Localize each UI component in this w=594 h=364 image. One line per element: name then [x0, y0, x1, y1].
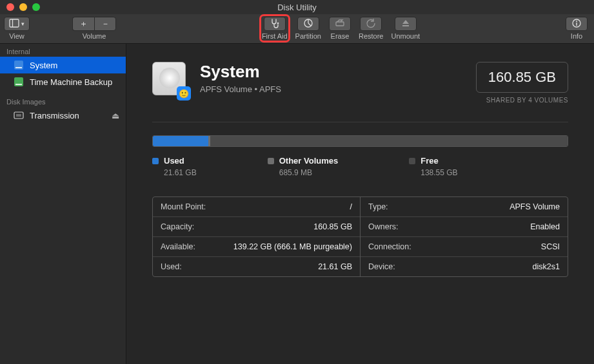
sidebar-item-system[interactable]: System	[0, 57, 126, 73]
legend-item-other: Other Volumes 685.9 MB	[268, 156, 339, 177]
legend-swatch	[409, 158, 415, 164]
titlebar: Disk Utility	[0, 0, 594, 14]
svg-point-2	[277, 22, 279, 24]
legend-label: Other Volumes	[279, 156, 339, 166]
legend-item-used: Used 21.61 GB	[152, 156, 197, 177]
detail-row: Mount Point:/	[153, 197, 360, 217]
sidebar-item-label: Transmission	[30, 111, 79, 120]
partition-button[interactable]	[297, 17, 319, 31]
toolbar: ▾ View ＋ － Volume First Aid Partition	[0, 14, 594, 44]
svg-rect-10	[15, 67, 22, 68]
detail-row: Available:139.22 GB (666.1 MB purgeable)	[153, 237, 360, 257]
volume-capacity: 160.85 GB	[476, 62, 568, 93]
detail-row: Device:disk2s1	[361, 257, 568, 276]
detail-row: Type:APFS Volume	[361, 197, 568, 217]
detail-row: Connection:SCSI	[361, 237, 568, 257]
restore-icon	[366, 18, 376, 30]
unmount-button[interactable]	[395, 17, 417, 31]
legend-swatch	[152, 158, 159, 164]
first-aid-label: First Aid	[262, 32, 288, 40]
restore-button[interactable]	[360, 17, 382, 31]
first-aid-button[interactable]	[264, 17, 286, 31]
view-label: View	[9, 32, 25, 40]
legend-value: 21.61 GB	[164, 168, 197, 177]
restore-label: Restore	[359, 32, 384, 40]
sidebar: Internal System Time Machine Backup Disk…	[0, 44, 126, 364]
volume-remove-button[interactable]: －	[94, 17, 116, 31]
usage-bar	[152, 135, 568, 147]
diskimage-icon	[13, 110, 25, 121]
volume-hero-icon: 🙂	[152, 62, 188, 98]
eject-icon[interactable]: ⏏	[112, 111, 119, 120]
svg-rect-0	[10, 19, 19, 27]
usage-seg-used	[153, 136, 208, 146]
volume-shared-note: SHARED BY 4 VOLUMES	[476, 97, 568, 104]
detail-row: Owners:Enabled	[361, 217, 568, 237]
legend-item-free: Free 138.55 GB	[409, 156, 457, 177]
volume-icon	[13, 59, 25, 71]
erase-icon	[335, 18, 345, 30]
divider	[152, 122, 568, 122]
info-button[interactable]	[566, 17, 588, 31]
pie-icon	[303, 18, 313, 30]
eject-icon	[401, 18, 411, 30]
svg-rect-12	[15, 84, 22, 85]
legend-label: Free	[421, 156, 438, 166]
volume-subtitle: APFS Volume • APFS	[200, 84, 281, 94]
content-pane: 🙂 System APFS Volume • APFS 160.85 GB SH…	[126, 44, 594, 364]
view-button[interactable]: ▾	[4, 17, 30, 31]
detail-row: Capacity:160.85 GB	[153, 217, 360, 237]
usage-seg-free	[210, 136, 568, 146]
stethoscope-icon	[270, 18, 280, 30]
sidebar-item-time-machine[interactable]: Time Machine Backup	[0, 73, 126, 90]
volume-label: Volume	[83, 32, 106, 40]
svg-rect-5	[402, 25, 409, 26]
legend-value: 138.55 GB	[421, 168, 457, 177]
svg-rect-14	[16, 114, 21, 117]
svg-rect-4	[336, 22, 344, 26]
volume-add-button[interactable]: ＋	[72, 17, 94, 31]
volume-icon	[13, 76, 25, 88]
sidebar-item-label: System	[30, 61, 57, 70]
sidebar-header-diskimages: Disk Images	[0, 94, 126, 107]
minus-icon: －	[101, 18, 110, 30]
sidebar-item-transmission[interactable]: Transmission ⏏	[0, 107, 126, 124]
sidebar-icon	[9, 18, 19, 30]
svg-rect-8	[576, 23, 577, 26]
finder-badge-icon: 🙂	[177, 86, 191, 101]
plus-icon: ＋	[79, 18, 88, 30]
legend-value: 685.9 MB	[279, 168, 339, 177]
info-label: Info	[571, 32, 582, 40]
info-icon	[571, 18, 582, 30]
chevron-down-icon: ▾	[21, 21, 25, 27]
svg-point-7	[576, 21, 577, 22]
partition-label: Partition	[295, 32, 321, 40]
erase-button[interactable]	[329, 17, 351, 31]
volume-name: System	[200, 62, 281, 82]
sidebar-header-internal: Internal	[0, 44, 126, 57]
details-table: Mount Point:/ Capacity:160.85 GB Availab…	[152, 196, 568, 277]
sidebar-item-label: Time Machine Backup	[30, 77, 112, 87]
unmount-label: Unmount	[391, 32, 421, 40]
legend-swatch	[268, 158, 274, 164]
erase-label: Erase	[331, 32, 350, 40]
window-title: Disk Utility	[0, 3, 594, 12]
usage-legend: Used 21.61 GB Other Volumes 685.9 MB Fre…	[152, 156, 568, 177]
detail-row: Used:21.61 GB	[153, 257, 360, 276]
legend-label: Used	[164, 156, 184, 166]
